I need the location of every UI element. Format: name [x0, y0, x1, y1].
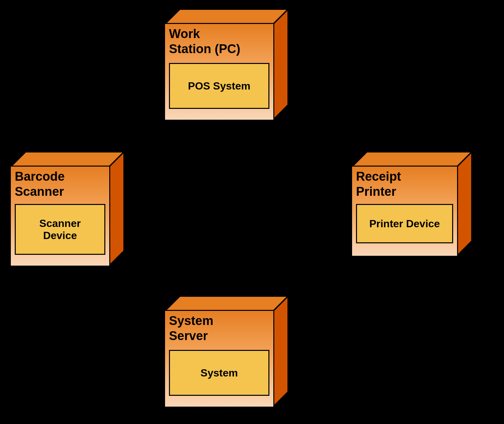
workstation-inner: POS System [169, 63, 269, 109]
workstation-title: Work Station (PC) [169, 27, 269, 56]
svg-marker-7 [165, 296, 288, 311]
server-title: System Server [169, 313, 269, 343]
svg-marker-3 [11, 152, 124, 167]
svg-marker-1 [165, 9, 288, 24]
scanner-inner: Scanner Device [15, 204, 105, 255]
svg-marker-5 [352, 152, 472, 167]
printer-inner: Printer Device [356, 204, 453, 243]
scanner-title: Barcode Scanner [15, 169, 105, 199]
server-inner: System [169, 350, 269, 396]
printer-title: Receipt Printer [356, 169, 453, 199]
